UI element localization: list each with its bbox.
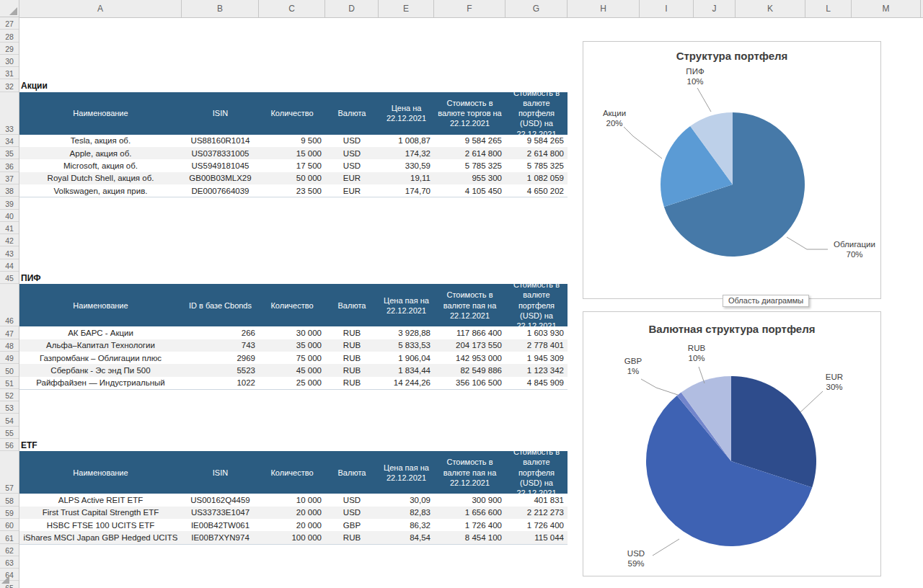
cell[interactable]: 204 173 550 (434, 339, 505, 352)
cell[interactable]: 955 300 (434, 172, 505, 184)
table-header-cell[interactable]: Стоимость в валюте пая на 22.12.2021 (434, 284, 505, 326)
row-header-54[interactable]: 54 (0, 414, 19, 427)
row-header-43[interactable]: 43 (0, 247, 19, 259)
column-header-D[interactable]: D (325, 0, 379, 17)
cell[interactable]: 84,54 (379, 531, 434, 543)
cell[interactable]: 20 000 (259, 519, 325, 531)
row-header-37[interactable]: 37 (0, 172, 19, 184)
section-title-3[interactable]: ETF (21, 439, 37, 451)
cell[interactable]: DE0007664039 (182, 184, 259, 197)
row-header-44[interactable]: 44 (0, 259, 19, 272)
cell[interactable]: 9 584 265 (434, 135, 505, 147)
row-header-45[interactable]: 45 (0, 272, 19, 284)
cell[interactable]: 50 000 (259, 172, 325, 184)
cell[interactable]: 20 000 (259, 507, 325, 519)
row-header-63[interactable]: 63 (0, 556, 19, 569)
cell[interactable]: US0378331005 (182, 147, 259, 159)
row-header-32[interactable]: 32 (0, 80, 19, 92)
pie-chart[interactable] (583, 42, 882, 300)
cell[interactable]: 45 000 (259, 364, 325, 376)
cell[interactable]: 1 123 342 (505, 364, 568, 376)
cell[interactable]: 330,59 (379, 159, 434, 172)
cell[interactable]: 82,83 (379, 507, 434, 519)
cell[interactable]: 5523 (182, 364, 259, 376)
column-header-K[interactable]: K (736, 0, 805, 17)
cell[interactable]: Royal Dutch Shell, акция об. (19, 172, 182, 184)
column-header-F[interactable]: F (434, 0, 505, 17)
cell[interactable]: 4 105 450 (434, 184, 505, 197)
table-header-cell[interactable]: Стоимость в валюте торгов на 22.12.2021 (434, 92, 505, 135)
cell[interactable]: 2 614 800 (434, 147, 505, 159)
cell[interactable]: 4 650 202 (505, 184, 568, 197)
cell[interactable]: Microsoft, акция об. (19, 159, 182, 172)
cell[interactable]: 2969 (182, 352, 259, 364)
row-header-53[interactable]: 53 (0, 401, 19, 414)
row-header-33[interactable]: 33 (0, 92, 19, 135)
cell[interactable]: Volkswagen, акция прив. (19, 184, 182, 197)
cell[interactable]: 1 945 309 (505, 352, 568, 364)
table-header-cell[interactable]: Наименование (19, 92, 182, 135)
row-header-47[interactable]: 47 (0, 326, 19, 339)
cell[interactable]: 356 106 500 (434, 377, 505, 389)
row-header-50[interactable]: 50 (0, 364, 19, 376)
cell[interactable]: 5 785 325 (434, 159, 505, 172)
cell[interactable]: IE00B7XYN974 (182, 531, 259, 543)
cell[interactable]: 1 008,87 (379, 135, 434, 147)
cell[interactable]: EUR (325, 184, 379, 197)
table-header-cell[interactable]: Стоимость в валюте портфеля (USD) на 22.… (505, 451, 568, 494)
cell[interactable]: IE00B42TW061 (182, 519, 259, 531)
cell[interactable]: 8 454 100 (434, 531, 505, 543)
cell[interactable]: 1 906,04 (379, 352, 434, 364)
column-header-H[interactable]: H (568, 0, 640, 17)
table-header-cell[interactable]: ID в базе Cbonds (182, 284, 259, 326)
table-header-cell[interactable]: Цена на 22.12.2021 (379, 92, 434, 135)
cell[interactable]: 174,70 (379, 184, 434, 197)
cell[interactable]: 1 656 600 (434, 507, 505, 519)
cell[interactable]: 19,11 (379, 172, 434, 184)
cell[interactable]: GBP (325, 519, 379, 531)
column-header-A[interactable]: A (19, 0, 182, 17)
cell[interactable]: 3 928,88 (379, 326, 434, 339)
cell[interactable]: 266 (182, 326, 259, 339)
cell[interactable]: 117 866 400 (434, 326, 505, 339)
cell[interactable]: Газпромбанк – Облигации плюс (19, 352, 182, 364)
cell[interactable]: 25 000 (259, 377, 325, 389)
table-header-cell[interactable]: Наименование (19, 451, 182, 494)
cell[interactable]: 15 000 (259, 147, 325, 159)
table-header-cell[interactable]: Стоимость в валюте портфеля (USD) на 22.… (505, 92, 568, 135)
row-header-40[interactable]: 40 (0, 210, 19, 222)
section-title-2[interactable]: ПИФ (21, 272, 41, 284)
column-header-I[interactable]: I (640, 0, 694, 17)
row-header-57[interactable]: 57 (0, 451, 19, 494)
row-header-52[interactable]: 52 (0, 389, 19, 401)
cell[interactable]: USD (325, 135, 379, 147)
cell[interactable]: 9 500 (259, 135, 325, 147)
row-header-51[interactable]: 51 (0, 377, 19, 389)
cell[interactable]: 2 212 273 (505, 507, 568, 519)
cell[interactable]: 743 (182, 339, 259, 352)
row-header-60[interactable]: 60 (0, 519, 19, 531)
cell[interactable]: 35 000 (259, 339, 325, 352)
cell[interactable]: RUB (325, 326, 379, 339)
row-header-30[interactable]: 30 (0, 55, 19, 67)
table-header-cell[interactable]: Валюта (325, 284, 379, 326)
table-header-cell[interactable]: Цена пая на 22.12.2021 (379, 451, 434, 494)
row-header-41[interactable]: 41 (0, 222, 19, 234)
cell[interactable]: US00162Q4459 (182, 494, 259, 506)
cell[interactable]: 30,09 (379, 494, 434, 506)
cell[interactable]: 1 726 400 (434, 519, 505, 531)
cell[interactable]: US88160R1014 (182, 135, 259, 147)
table-header-cell[interactable]: Валюта (325, 92, 379, 135)
cell[interactable]: ALPS Active REIT ETF (19, 494, 182, 506)
row-header-61[interactable]: 61 (0, 531, 19, 543)
section-title-1[interactable]: Акции (21, 80, 48, 92)
cell[interactable]: 142 953 000 (434, 352, 505, 364)
cell[interactable]: USD (325, 147, 379, 159)
table-header-cell[interactable]: Валюта (325, 451, 379, 494)
row-header-29[interactable]: 29 (0, 43, 19, 55)
cell[interactable]: 5 785 325 (505, 159, 568, 172)
column-header-B[interactable]: B (182, 0, 259, 17)
cell[interactable]: 86,32 (379, 519, 434, 531)
cell[interactable]: Tesla, акция об. (19, 135, 182, 147)
cell[interactable]: 2 778 401 (505, 339, 568, 352)
